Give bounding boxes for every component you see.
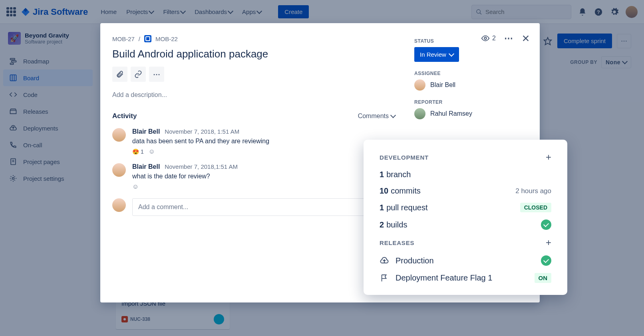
pr-status-badge: CLOSED [520,203,551,212]
comment-avatar[interactable] [112,128,126,142]
activity-filter[interactable]: Comments [358,113,395,120]
comment-date: November 7, 2018, 1:51 AM [165,128,239,135]
watch-button[interactable]: 2 [481,34,496,43]
comment-author[interactable]: Blair Bell [132,128,160,135]
flag-status-badge: ON [535,273,552,283]
reporter-field[interactable]: Rahul Ramsey [414,108,530,119]
watch-count: 2 [492,35,496,42]
reaction[interactable]: 😍1 [132,148,144,155]
activity-heading: Activity [112,112,137,120]
assignee-avatar [414,79,425,91]
comment-input[interactable]: Add a comment... [132,198,395,216]
add-development-button[interactable]: + [546,152,551,163]
comment-text: what is the date for review? [132,173,395,180]
comment-text: data has been sent to PA and they are re… [132,138,395,145]
breadcrumb-parent[interactable]: MOB-27 [112,36,135,42]
breadcrumb: MOB-27 / MOB-22 [112,35,395,42]
add-reaction-button[interactable]: ☺ [132,183,139,190]
add-reaction-button[interactable]: ☺ [149,148,155,155]
development-panel: DEVELOPMENT + 1branch 10commits2 hours a… [364,140,567,295]
issue-more-button[interactable]: ⋯ [504,34,513,43]
breadcrumb-issue[interactable]: MOB-22 [155,36,178,42]
description-field[interactable]: Add a description... [112,91,395,99]
comment: Blair Bell November 7, 2018,1:51 AM what… [112,163,395,190]
attach-button[interactable] [112,67,127,82]
more-actions-button[interactable]: ⋯ [149,67,164,82]
link-button[interactable] [131,67,146,82]
chevron-down-icon [449,51,454,56]
svg-point-15 [484,37,487,40]
reporter-label: REPORTER [414,99,530,105]
comment-author[interactable]: Blair Bell [132,163,160,170]
comment-date: November 7, 2018,1:51 AM [165,163,238,170]
comment-avatar[interactable] [112,163,126,177]
assignee-label: ASSIGNEE [414,71,530,76]
my-avatar [112,198,126,212]
add-release-button[interactable]: + [546,237,551,248]
success-icon [541,255,551,266]
issue-title[interactable]: Build Android application package [112,48,395,60]
assignee-name: Blair Bell [430,81,455,89]
feature-flag-row[interactable]: Deployment Feature Flag 1 ON [380,273,551,283]
releases-heading: RELEASES [380,239,414,246]
cloud-upload-icon [380,256,389,265]
close-icon [521,34,530,43]
eye-icon [481,34,490,43]
production-row[interactable]: Production [380,255,551,266]
builds-row[interactable]: 2builds [380,219,551,230]
commits-row[interactable]: 10commits2 hours ago [380,186,551,196]
branch-row[interactable]: 1branch [380,170,551,179]
commits-timestamp: 2 hours ago [515,187,551,195]
chevron-down-icon [390,113,396,118]
success-icon [541,219,551,230]
status-button[interactable]: In Review [414,47,459,62]
comment: Blair Bell November 7, 2018, 1:51 AM dat… [112,128,395,155]
attachment-icon [116,70,124,78]
close-button[interactable] [521,34,530,43]
reporter-name: Rahul Ramsey [430,110,472,117]
story-icon [144,35,151,42]
assignee-field[interactable]: Blair Bell [414,79,530,91]
reporter-avatar [414,108,425,119]
flag-icon [380,273,389,283]
pull-request-row[interactable]: 1pull requestCLOSED [380,203,551,212]
link-icon [134,70,142,78]
development-heading: DEVELOPMENT [380,154,429,161]
